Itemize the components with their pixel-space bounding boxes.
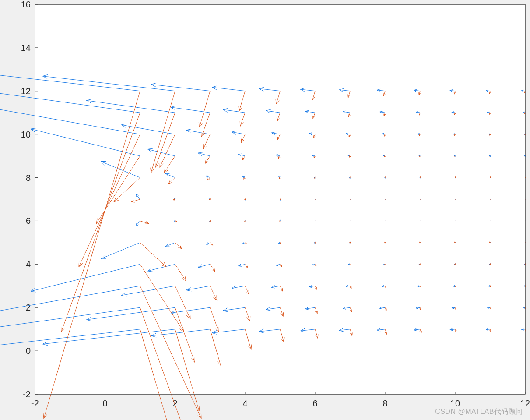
svg-line-722 — [203, 144, 204, 149]
x-tick-label: 4 — [242, 399, 247, 408]
y-tick-label: 0 — [26, 346, 31, 356]
y-tick-label: -2 — [23, 389, 31, 399]
y-tick-label: 8 — [26, 173, 31, 183]
y-tick-label: 6 — [26, 216, 31, 226]
svg-line-500 — [190, 314, 190, 319]
quiver-plot: -2024681012-20246810121416 — [0, 0, 530, 420]
y-tick-label: 14 — [21, 43, 31, 53]
svg-line-809 — [383, 93, 384, 96]
svg-line-446 — [386, 332, 387, 334]
x-tick-label: 8 — [383, 399, 387, 408]
x-tick-label: 10 — [450, 399, 460, 408]
x-tick-label: 0 — [102, 399, 107, 408]
x-tick-label: -2 — [31, 399, 39, 408]
svg-line-557 — [421, 264, 421, 265]
svg-line-812 — [419, 92, 419, 95]
svg-line-788 — [43, 413, 44, 419]
svg-line-815 — [454, 92, 454, 94]
svg-line-563 — [490, 263, 491, 265]
figure-background: -2024681012-20246810121416 CSDN @MATLAB代… — [0, 0, 530, 420]
svg-line-716 — [79, 262, 79, 267]
y-tick-label: 4 — [26, 259, 31, 269]
svg-line-452 — [456, 330, 456, 332]
svg-line-497 — [201, 413, 201, 419]
y-tick-label: 16 — [21, 0, 31, 9]
svg-line-449 — [421, 331, 422, 333]
svg-line-503 — [217, 295, 217, 300]
watermark-text: CSDN @MATLAB代码顾问 — [435, 407, 523, 416]
svg-line-496 — [197, 415, 201, 418]
svg-line-144 — [312, 265, 314, 265]
svg-line-295 — [312, 155, 314, 155]
svg-line-554 — [386, 264, 386, 265]
y-tick-label: 2 — [26, 303, 31, 312]
x-tick-label: 6 — [312, 399, 317, 408]
y-tick-label: 10 — [21, 130, 31, 139]
svg-line-428 — [199, 406, 200, 411]
svg-line-719 — [160, 162, 160, 167]
x-tick-label: 12 — [520, 399, 530, 408]
svg-line-560 — [455, 263, 456, 265]
y-tick-label: 12 — [21, 86, 31, 96]
